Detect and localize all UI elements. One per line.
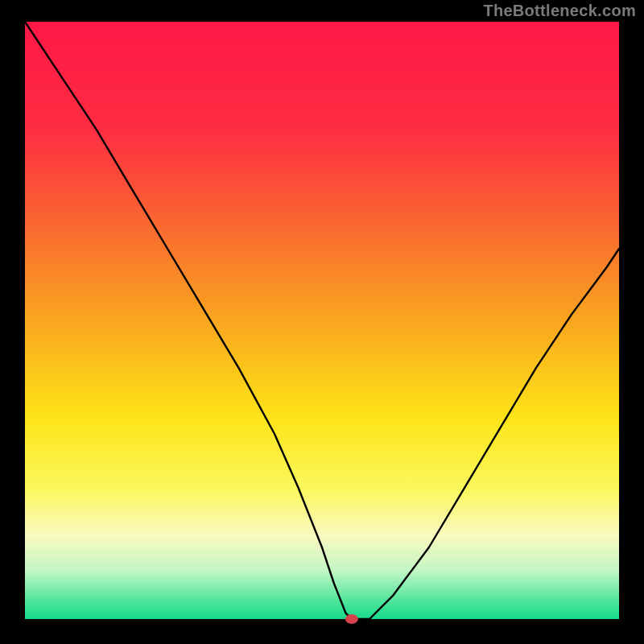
plot-background (25, 22, 619, 619)
bottleneck-chart (0, 0, 644, 644)
optimal-point-marker (345, 614, 358, 624)
chart-frame: TheBottleneck.com (0, 0, 644, 644)
watermark-text: TheBottleneck.com (483, 2, 636, 20)
